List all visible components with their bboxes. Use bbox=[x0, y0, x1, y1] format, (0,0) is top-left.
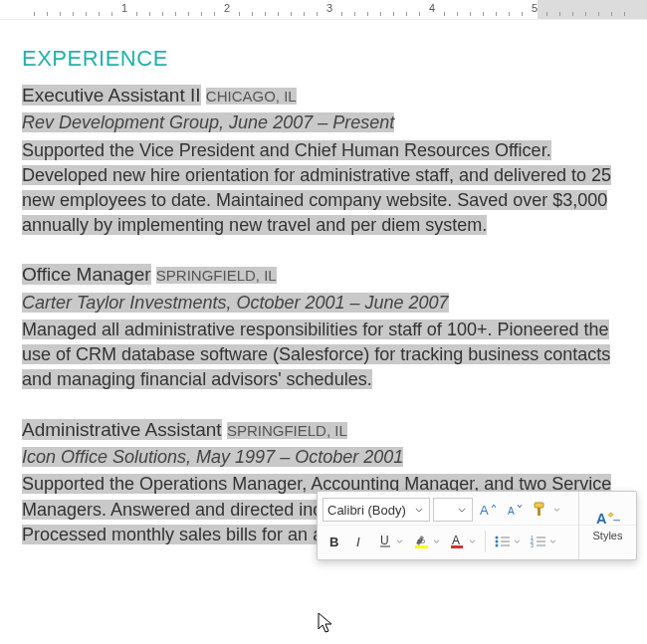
svg-text:A: A bbox=[480, 503, 489, 518]
job-company: Carter Taylor Investments, October 2001 … bbox=[22, 293, 449, 313]
job-location: CHICAGO, IL bbox=[206, 88, 297, 105]
styles-menu-button[interactable]: A Styles bbox=[578, 492, 636, 559]
job-title: Executive Assistant II bbox=[22, 85, 201, 106]
job-title-line: Administrative Assistant SPRINGFIELD, IL bbox=[22, 417, 625, 444]
job-company-line: Carter Taylor Investments, October 2001 … bbox=[22, 291, 625, 316]
format-painter-button[interactable] bbox=[530, 498, 563, 522]
chevron-down-icon bbox=[467, 539, 477, 543]
svg-rect-8 bbox=[415, 545, 428, 548]
bullets-button[interactable] bbox=[491, 530, 525, 553]
decrease-font-size-button[interactable]: A bbox=[503, 498, 527, 522]
svg-rect-11 bbox=[451, 545, 463, 548]
italic-button[interactable]: I bbox=[348, 530, 372, 553]
styles-icon: A bbox=[596, 510, 620, 528]
chevron-down-icon bbox=[456, 508, 468, 513]
job-description: Supported the Vice President and Chief H… bbox=[22, 138, 625, 239]
chevron-down-icon bbox=[431, 539, 441, 543]
svg-text:A: A bbox=[452, 534, 460, 547]
font-color-button[interactable]: A bbox=[446, 530, 480, 553]
svg-text:I: I bbox=[356, 535, 360, 548]
font-name-value: Calibri (Body) bbox=[327, 503, 406, 518]
numbering-button[interactable]: 1 2 3 bbox=[527, 530, 560, 553]
svg-text:ab: ab bbox=[417, 537, 425, 544]
font-size-combo[interactable] bbox=[433, 498, 473, 522]
ruler-label: 1 bbox=[121, 2, 127, 14]
section-heading: EXPERIENCE bbox=[22, 44, 625, 75]
ruler-label: 4 bbox=[429, 2, 435, 14]
job-location: SPRINGFIELD, IL bbox=[156, 267, 277, 284]
svg-text:A: A bbox=[508, 506, 515, 517]
svg-rect-3 bbox=[538, 508, 540, 516]
job-company-line: Rev Development Group, June 2007 – Prese… bbox=[22, 110, 625, 135]
mini-format-toolbar: Calibri (Body) A A bbox=[317, 491, 637, 560]
job-location: SPRINGFIELD, IL bbox=[227, 422, 347, 439]
job-description: Managed all administrative responsibilit… bbox=[22, 318, 625, 393]
text-highlight-button[interactable]: ab bbox=[410, 530, 444, 553]
increase-font-size-button[interactable]: A bbox=[476, 498, 500, 522]
job-description-text: Supported the Vice President and Chief H… bbox=[22, 140, 611, 236]
svg-point-14 bbox=[496, 539, 499, 542]
svg-point-16 bbox=[496, 543, 499, 546]
styles-label: Styles bbox=[593, 530, 623, 541]
chevron-down-icon bbox=[413, 508, 425, 513]
ruler-label: 3 bbox=[326, 2, 332, 14]
chevron-down-icon bbox=[547, 539, 557, 543]
svg-text:A: A bbox=[596, 511, 607, 527]
bold-button[interactable]: B bbox=[323, 530, 346, 553]
job-description-text: Managed all administrative responsibilit… bbox=[22, 320, 610, 389]
job-company: Rev Development Group, June 2007 – Prese… bbox=[22, 112, 394, 132]
job-company: Icon Office Solutions, May 1997 – Octobe… bbox=[22, 447, 403, 467]
job-title-line: Office Manager SPRINGFIELD, IL bbox=[22, 262, 625, 289]
underline-button[interactable]: U bbox=[374, 530, 408, 553]
chevron-down-icon bbox=[551, 508, 561, 512]
font-name-combo[interactable]: Calibri (Body) bbox=[323, 498, 430, 522]
paragraph-spacer bbox=[22, 238, 625, 260]
chevron-down-icon bbox=[394, 539, 404, 543]
svg-rect-2 bbox=[535, 503, 543, 508]
ruler-label: 5 bbox=[532, 2, 538, 14]
svg-text:3: 3 bbox=[531, 542, 534, 548]
job-title: Office Manager bbox=[22, 264, 151, 285]
paragraph-spacer bbox=[22, 393, 625, 415]
job-company-line: Icon Office Solutions, May 1997 – Octobe… bbox=[22, 445, 625, 470]
toolbar-separator bbox=[485, 531, 486, 552]
word-document-editor: /* decorative ticks generated below via … bbox=[0, 0, 647, 644]
svg-text:B: B bbox=[329, 535, 338, 548]
svg-text:U: U bbox=[380, 534, 389, 547]
chevron-down-icon bbox=[512, 539, 522, 543]
svg-point-12 bbox=[496, 536, 499, 538]
horizontal-ruler[interactable]: /* decorative ticks generated below via … bbox=[0, 0, 647, 20]
job-title-line: Executive Assistant II CHICAGO, IL bbox=[22, 83, 625, 109]
ruler-ticks: 1 2 3 4 5 bbox=[22, 0, 647, 19]
ruler-label: 2 bbox=[224, 2, 230, 14]
job-title: Administrative Assistant bbox=[22, 419, 222, 440]
document-content: EXPERIENCE Executive Assistant II CHICAG… bbox=[22, 44, 625, 547]
